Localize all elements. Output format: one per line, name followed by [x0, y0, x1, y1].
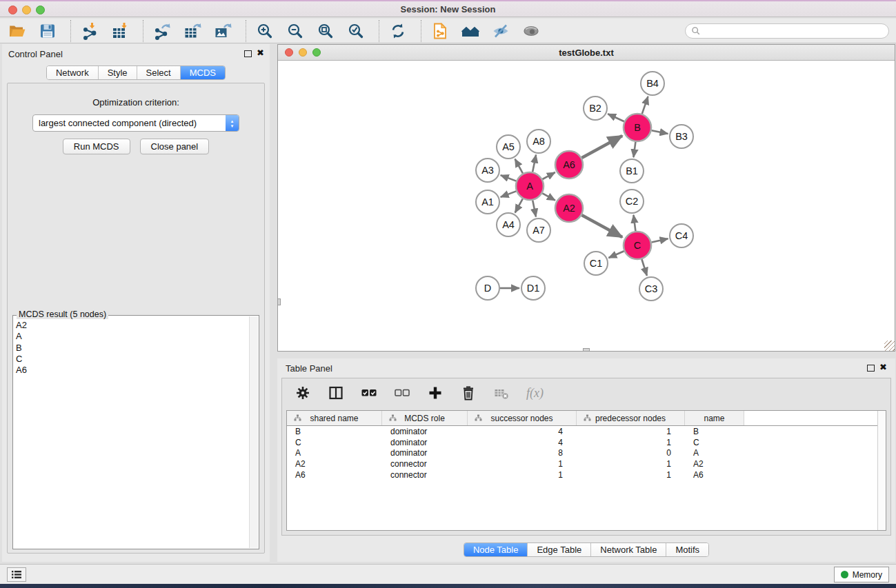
- edge-C-C1[interactable]: [608, 251, 624, 258]
- graph-node-A2[interactable]: A2: [555, 194, 583, 222]
- cell-predecessor-nodes[interactable]: 1: [577, 427, 685, 436]
- show-graphics-details-button[interactable]: [521, 21, 541, 41]
- select-all-columns-button[interactable]: [361, 385, 377, 401]
- table-row[interactable]: Cdominator41C: [287, 437, 886, 448]
- float-panel-icon[interactable]: [244, 50, 252, 57]
- cell-shared-name[interactable]: A6: [287, 470, 382, 480]
- cell-shared-name[interactable]: B: [287, 427, 382, 436]
- graph-node-B1[interactable]: B1: [620, 159, 644, 183]
- table-settings-button[interactable]: [295, 385, 311, 401]
- edge-B-B1[interactable]: [634, 142, 636, 157]
- graph-node-A[interactable]: A: [516, 172, 544, 200]
- graph-node-A4[interactable]: A4: [497, 213, 520, 236]
- column-header-shared-name[interactable]: shared name: [287, 411, 382, 425]
- export-network-button[interactable]: [152, 21, 172, 41]
- graph-node-B[interactable]: B: [624, 114, 651, 141]
- tab-node-table[interactable]: Node Table: [464, 543, 528, 556]
- edge-C-C4[interactable]: [652, 239, 668, 242]
- window-resize-grip[interactable]: [884, 341, 895, 351]
- graph-node-A8[interactable]: A8: [527, 130, 550, 153]
- graph-node-B3[interactable]: B3: [670, 125, 693, 148]
- column-header-name[interactable]: name: [685, 411, 744, 425]
- table-row[interactable]: A6connector11A6: [287, 469, 886, 480]
- tab-network[interactable]: Network: [47, 66, 99, 79]
- split-panel-button[interactable]: [328, 385, 344, 401]
- hide-graphics-details-button[interactable]: [490, 21, 511, 41]
- function-builder-button[interactable]: f(x): [526, 385, 544, 401]
- unselect-all-columns-button[interactable]: [394, 385, 410, 401]
- table-row[interactable]: A2connector11A2: [287, 458, 886, 469]
- tab-select[interactable]: Select: [137, 66, 181, 79]
- mcds-result-item[interactable]: B: [16, 343, 259, 354]
- home-layout-button[interactable]: [460, 21, 481, 41]
- graph-node-C1[interactable]: C1: [584, 252, 608, 275]
- tab-network-table[interactable]: Network Table: [591, 543, 666, 556]
- cell-shared-name[interactable]: A: [287, 448, 382, 458]
- edge-A-A5[interactable]: [515, 159, 523, 174]
- graph-node-A5[interactable]: A5: [497, 135, 520, 159]
- close-table-panel-icon[interactable]: ✖: [879, 362, 887, 372]
- cell-name[interactable]: A2: [685, 459, 744, 469]
- network-canvas[interactable]: B4B2BB3A8A5A6A3B1AA1C2A2A4A7C4CC1C3DD1: [278, 61, 895, 351]
- edge-C-C3[interactable]: [641, 259, 647, 276]
- graph-node-A3[interactable]: A3: [476, 159, 499, 182]
- graph-node-C[interactable]: C: [624, 232, 651, 259]
- graph-node-D[interactable]: D: [476, 276, 499, 300]
- task-history-button[interactable]: [7, 567, 26, 582]
- cell-mcds-role[interactable]: dominator: [382, 438, 468, 447]
- zoom-out-button[interactable]: [285, 21, 306, 41]
- edge-A-A3[interactable]: [501, 175, 517, 181]
- import-table-button[interactable]: [110, 21, 130, 41]
- graph-node-A7[interactable]: A7: [527, 219, 550, 242]
- cell-shared-name[interactable]: A2: [287, 459, 382, 469]
- refresh-button[interactable]: [388, 21, 408, 41]
- graph-node-B4[interactable]: B4: [641, 72, 664, 95]
- mcds-result-item[interactable]: A6: [16, 365, 259, 376]
- cell-successor-nodes[interactable]: 4: [468, 438, 577, 447]
- graph-node-D1[interactable]: D1: [521, 276, 545, 300]
- close-panel-button[interactable]: Close panel: [140, 139, 210, 154]
- cell-successor-nodes[interactable]: 4: [468, 427, 577, 436]
- window-resize-handle-left[interactable]: [277, 298, 281, 305]
- delete-table-button[interactable]: [493, 385, 510, 401]
- zoom-selected-button[interactable]: [346, 21, 366, 41]
- edge-A-A1[interactable]: [501, 191, 517, 197]
- cell-mcds-role[interactable]: dominator: [382, 427, 468, 436]
- close-panel-icon[interactable]: ✖: [257, 48, 264, 58]
- edge-A-A6[interactable]: [542, 172, 555, 179]
- open-session-button[interactable]: [7, 21, 28, 41]
- edge-A-A2[interactable]: [542, 193, 555, 200]
- cell-name[interactable]: B: [685, 427, 744, 436]
- criterion-select[interactable]: largest connected component (directed) ▴…: [32, 114, 239, 132]
- edge-A2-C[interactable]: [581, 215, 622, 237]
- window-resize-handle-bottom[interactable]: [583, 348, 590, 352]
- table-scrollbar[interactable]: [877, 411, 886, 530]
- cell-successor-nodes[interactable]: 8: [468, 448, 577, 458]
- tab-motifs[interactable]: Motifs: [666, 543, 708, 556]
- cell-mcds-role[interactable]: dominator: [382, 448, 468, 458]
- edge-A-A4[interactable]: [515, 199, 523, 212]
- search-input[interactable]: [685, 23, 889, 39]
- edge-B-B3[interactable]: [652, 130, 668, 134]
- network-window-titlebar[interactable]: testGlobe.txt: [278, 45, 895, 61]
- cell-successor-nodes[interactable]: 1: [468, 459, 577, 469]
- cell-predecessor-nodes[interactable]: 0: [577, 448, 685, 458]
- graph-node-A6[interactable]: A6: [555, 151, 583, 179]
- zoom-in-button[interactable]: [255, 21, 275, 41]
- cell-mcds-role[interactable]: connector: [382, 470, 468, 480]
- edge-B-B2[interactable]: [608, 114, 624, 121]
- cell-name[interactable]: A: [685, 448, 744, 458]
- column-header-mcds-role[interactable]: MCDS role: [382, 411, 468, 425]
- graph-node-C2[interactable]: C2: [620, 190, 644, 213]
- tab-edge-table[interactable]: Edge Table: [528, 543, 591, 556]
- cell-mcds-role[interactable]: connector: [382, 459, 468, 469]
- export-table-button[interactable]: [182, 21, 203, 41]
- mcds-result-item[interactable]: C: [16, 354, 259, 365]
- graph-node-C4[interactable]: C4: [670, 224, 693, 247]
- new-network-from-file-button[interactable]: [430, 21, 450, 41]
- cell-shared-name[interactable]: C: [287, 438, 382, 447]
- run-mcds-button[interactable]: Run MCDS: [63, 139, 130, 154]
- add-column-button[interactable]: [427, 385, 444, 401]
- cell-predecessor-nodes[interactable]: 1: [577, 470, 685, 480]
- table-row[interactable]: Bdominator41B: [287, 426, 886, 437]
